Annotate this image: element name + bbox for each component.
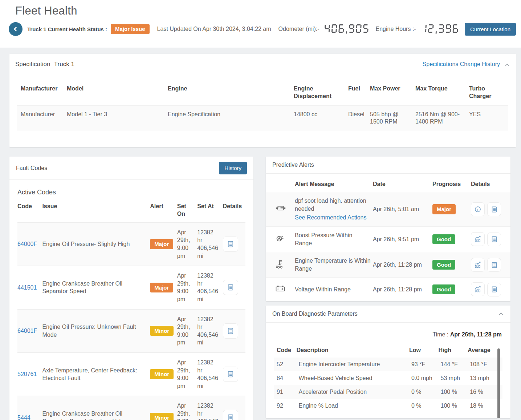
alert-message: Engine Temperature is Within Range (295, 252, 373, 278)
status-badge: Major Issue (111, 24, 150, 34)
fault-code-link[interactable]: 64001F (17, 328, 37, 334)
fault-set-on: Apr 29th, 9:00 pm (177, 266, 197, 309)
collapse-chevron-up-icon[interactable] (504, 62, 510, 68)
obd-row: 84 Wheel-Based Vehicle Speed 0.0 mph 53 … (274, 371, 502, 385)
last-updated-text: Last Updated On Apr 30th 2024, 3:04:22 a… (157, 26, 271, 32)
obd-header-row: Code Description Low High Average (274, 344, 502, 358)
details-button[interactable] (487, 283, 501, 296)
trend-chart-button[interactable] (471, 232, 485, 246)
odometer-value (324, 24, 371, 34)
fault-code-row: 520761 Axle Temperature, Center Feedback… (17, 352, 245, 396)
alert-date: Apr 26th, 11:28 pm (373, 252, 432, 278)
right-column: Predictive Alerts Alert Message Date Pro… (266, 157, 510, 418)
fault-code-row: 64000F Engine Oil Pressure- Slightly Hig… (17, 222, 245, 266)
fault-code-link[interactable]: 64000F (17, 241, 37, 247)
trend-chart-button[interactable] (471, 258, 485, 272)
specification-table: Manufacturer Model Engine Engine Displac… (17, 79, 508, 131)
fault-issue: Axle Temperature, Center Feedback: Elect… (42, 352, 150, 396)
info-button[interactable] (471, 202, 485, 216)
specifications-change-history-link[interactable]: Specifications Change History (423, 61, 500, 68)
details-button[interactable] (223, 367, 238, 382)
fault-set-on: Apr 29th, 9:00 pm (177, 222, 197, 266)
column-header-high: High (439, 344, 468, 358)
column-header-details: Details (471, 175, 510, 192)
alert-badge: Major (150, 239, 173, 249)
fault-code-link[interactable]: 5444 (17, 415, 30, 420)
alert-badge: Major (150, 283, 173, 292)
alert-badge: Minor (150, 326, 174, 336)
spec-model: Model 1 - Tier 3 (67, 105, 168, 131)
column-header-low: Low (409, 344, 439, 358)
alert-date: Apr 26th, 9:51 pm (373, 226, 432, 252)
collapse-chevron-up-icon[interactable] (498, 311, 504, 317)
details-button[interactable] (223, 237, 238, 252)
details-button[interactable] (487, 202, 501, 216)
column-header-engine-displacement: Engine Displacement (294, 79, 348, 105)
column-header-code: Code (274, 344, 296, 358)
list-icon (227, 327, 234, 335)
spec-fuel: Diesel (348, 105, 370, 131)
page-title: Fleet Health (15, 4, 521, 17)
obd-description: Wheel-Based Vehicle Speed (296, 371, 409, 385)
specification-row: Manufacturer Model 1 - Tier 3 Engine Spe… (17, 105, 508, 131)
time-label: Time : (432, 331, 448, 338)
specification-header-row: Manufacturer Model Engine Engine Displac… (17, 79, 508, 105)
obd-low: 0 % (409, 399, 439, 413)
see-recommended-actions-link[interactable]: See Recommended Actions (295, 214, 366, 222)
fault-code-row: 5444 Engine Crankcase Breather Oil Separ… (17, 396, 245, 420)
prognosis-badge: Good (432, 260, 455, 270)
fault-code-link[interactable]: 441501 (17, 284, 37, 291)
current-location-button[interactable]: Current Location (465, 23, 516, 36)
obd-description: Accelerator Pedal Position (296, 385, 409, 399)
obd-code: 91 (274, 385, 296, 399)
time-value: Apr 26th, 11:28 pm (450, 331, 502, 338)
list-icon (227, 414, 234, 420)
predictive-alert-row: Voltage Within Range Apr 26th, 11:28 pm … (266, 278, 510, 301)
fault-code-row: 64001F Engine Oil Pressure: Unknown Faul… (17, 309, 245, 352)
fault-set-at: 12382 hr 406,546 mi (197, 309, 223, 352)
list-icon (227, 284, 234, 291)
fault-issue: Engine Crankcase Breather Oil Separator … (42, 396, 150, 420)
column-header-alert-message: Alert Message (295, 175, 373, 192)
engine-hours-value (420, 24, 461, 34)
list-icon (491, 262, 498, 268)
details-button[interactable] (223, 280, 238, 295)
obd-description: Engine % Load (296, 399, 409, 413)
fault-code-link[interactable]: 520761 (17, 371, 37, 377)
obd-description: Engine Intercooler Temperature (296, 358, 409, 371)
spec-turbo-charger: YES (469, 105, 508, 131)
details-button[interactable] (487, 258, 501, 272)
history-button[interactable]: History (219, 162, 247, 174)
column-header-prognosis: Prognosis (432, 175, 471, 192)
active-codes-subtitle: Active Codes (17, 189, 245, 196)
trend-chart-button[interactable] (471, 282, 485, 296)
spec-manufacturer: Manufacturer (17, 105, 67, 131)
obd-row: 91 Accelerator Pedal Position 0 % 100 % … (274, 385, 502, 399)
spec-bottom-pad (9, 131, 516, 147)
column-header-model: Model (67, 79, 168, 105)
predictive-alerts-header-row: Alert Message Date Prognosis Details (266, 175, 510, 192)
fault-code-row: 441501 Engine Crankcase Breather Oil Sep… (17, 266, 245, 309)
prognosis-badge: Good (432, 234, 455, 244)
details-button[interactable] (223, 410, 238, 420)
obd-scrollbar[interactable] (497, 348, 500, 418)
obd-low: 0.0 mph (409, 371, 439, 385)
specification-header: Specification Truck 1 Specifications Cha… (9, 54, 516, 79)
fault-set-at: 12382 hr 406,546 mi (197, 396, 223, 420)
obd-high: 100 % (439, 399, 468, 413)
chart-icon (474, 235, 481, 243)
fault-issue: Engine Crankcase Breather Oil Separator … (42, 266, 150, 309)
column-header-description: Description (296, 344, 409, 358)
info-icon (474, 206, 481, 213)
details-button[interactable] (487, 233, 501, 246)
back-button[interactable] (9, 22, 23, 36)
alert-message: dpf soot load high. attention needed (295, 198, 366, 212)
prognosis-badge: Major (432, 204, 456, 214)
spec-max-torque: 2516 Nm @ 900-1400 RPM (415, 105, 469, 131)
fault-codes-table: Code Issue Alert Set On Set At Details 6… (17, 199, 245, 420)
fault-set-at: 12382 hr 406,546 mi (197, 266, 223, 309)
spec-engine: Engine Specification (168, 105, 294, 131)
alert-badge: Minor (150, 369, 174, 379)
obd-row: 92 Engine % Load 0 % 100 % 18 % (274, 399, 502, 413)
details-button[interactable] (223, 323, 238, 339)
